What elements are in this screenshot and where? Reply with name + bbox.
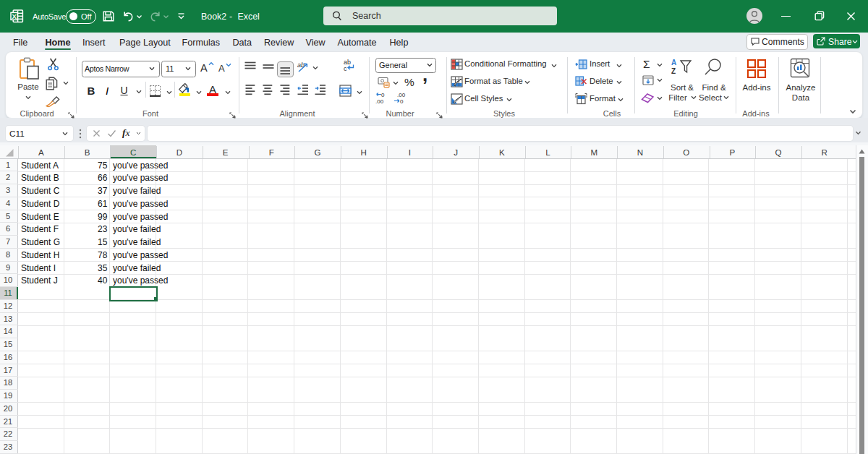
svg-text:.00: .00 bbox=[375, 98, 384, 105]
svg-text:Z: Z bbox=[671, 67, 676, 75]
svg-text:c: c bbox=[344, 65, 347, 72]
svg-text:X: X bbox=[12, 12, 17, 20]
svg-text:A: A bbox=[671, 59, 676, 67]
svg-text:0: 0 bbox=[381, 92, 385, 98]
svg-text:.00: .00 bbox=[397, 92, 406, 98]
svg-text:0: 0 bbox=[400, 98, 404, 105]
